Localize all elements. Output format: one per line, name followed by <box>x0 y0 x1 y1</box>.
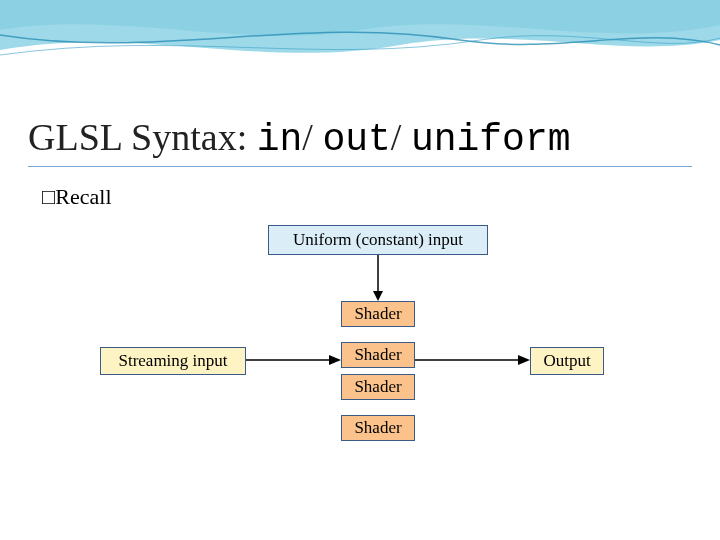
slide-title: GLSL Syntax: in/ out/ uniform <box>28 115 571 161</box>
title-underline <box>28 166 692 167</box>
svg-marker-5 <box>518 355 530 365</box>
svg-marker-3 <box>329 355 341 365</box>
title-sep2: / <box>391 116 411 158</box>
shader-box-2: Shader <box>341 342 415 368</box>
shader-box-4: Shader <box>341 415 415 441</box>
shader-box-3: Shader <box>341 374 415 400</box>
arrow-uniform-to-shader <box>370 255 386 301</box>
shader-label-2: Shader <box>354 345 401 365</box>
recall-text: Recall <box>55 184 111 209</box>
title-sep1: / <box>302 116 322 158</box>
shader-label-3: Shader <box>354 377 401 397</box>
recall-bullet: □Recall <box>42 184 112 210</box>
arrow-streaming-to-shader <box>246 352 341 368</box>
streaming-input-box: Streaming input <box>100 347 246 375</box>
bullet-icon: □ <box>42 184 55 209</box>
arrow-shader-to-output <box>415 352 530 368</box>
keyword-out: out <box>322 118 390 161</box>
streaming-input-label: Streaming input <box>118 351 227 371</box>
output-label: Output <box>543 351 590 371</box>
uniform-input-label: Uniform (constant) input <box>293 230 463 250</box>
svg-marker-1 <box>373 291 383 301</box>
keyword-uniform: uniform <box>411 118 571 161</box>
keyword-in: in <box>257 118 303 161</box>
shader-box-1: Shader <box>341 301 415 327</box>
shader-label-4: Shader <box>354 418 401 438</box>
shader-label-1: Shader <box>354 304 401 324</box>
wave-decoration <box>0 0 720 110</box>
uniform-input-box: Uniform (constant) input <box>268 225 488 255</box>
output-box: Output <box>530 347 604 375</box>
title-prefix: GLSL Syntax: <box>28 116 257 158</box>
